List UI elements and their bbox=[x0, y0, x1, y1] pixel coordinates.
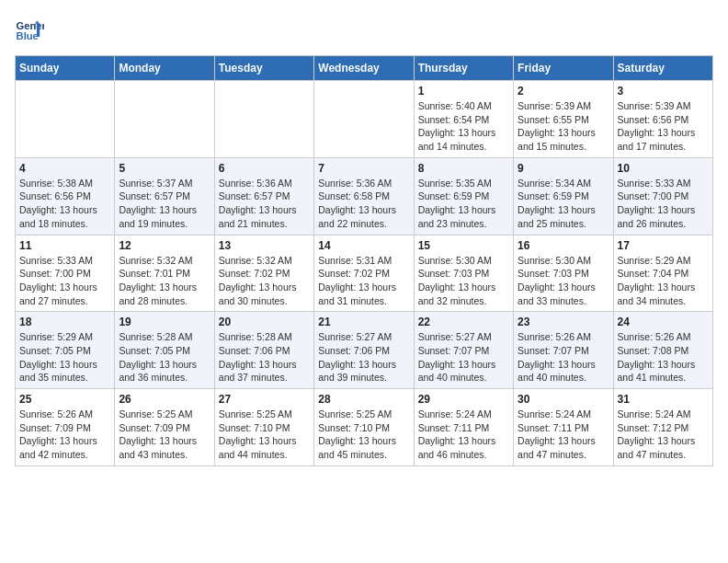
day-number: 6 bbox=[219, 162, 310, 175]
calendar-cell: 6Sunrise: 5:36 AM Sunset: 6:57 PM Daylig… bbox=[214, 157, 313, 235]
calendar-cell: 15Sunrise: 5:30 AM Sunset: 7:03 PM Dayli… bbox=[414, 235, 513, 312]
day-number: 14 bbox=[318, 239, 409, 252]
calendar-cell: 12Sunrise: 5:32 AM Sunset: 7:01 PM Dayli… bbox=[115, 235, 214, 312]
day-info: Sunrise: 5:30 AM Sunset: 7:03 PM Dayligh… bbox=[418, 254, 509, 308]
calendar-cell: 29Sunrise: 5:24 AM Sunset: 7:11 PM Dayli… bbox=[414, 389, 513, 466]
calendar-cell bbox=[214, 81, 313, 158]
calendar-cell: 19Sunrise: 5:28 AM Sunset: 7:05 PM Dayli… bbox=[115, 312, 214, 389]
calendar-cell: 13Sunrise: 5:32 AM Sunset: 7:02 PM Dayli… bbox=[214, 235, 313, 312]
day-info: Sunrise: 5:33 AM Sunset: 7:00 PM Dayligh… bbox=[618, 177, 709, 231]
day-number: 4 bbox=[19, 162, 110, 175]
calendar-cell: 28Sunrise: 5:25 AM Sunset: 7:10 PM Dayli… bbox=[314, 389, 414, 466]
day-number: 8 bbox=[418, 162, 509, 175]
day-number: 25 bbox=[19, 393, 110, 406]
day-number: 23 bbox=[518, 316, 609, 328]
calendar-cell: 17Sunrise: 5:29 AM Sunset: 7:04 PM Dayli… bbox=[613, 235, 712, 312]
day-number: 9 bbox=[518, 162, 609, 175]
calendar-cell bbox=[16, 81, 115, 158]
calendar-cell: 20Sunrise: 5:28 AM Sunset: 7:06 PM Dayli… bbox=[214, 312, 313, 389]
calendar-table: SundayMondayTuesdayWednesdayThursdayFrid… bbox=[15, 55, 713, 466]
day-info: Sunrise: 5:31 AM Sunset: 7:02 PM Dayligh… bbox=[318, 254, 409, 308]
svg-text:General: General bbox=[17, 20, 44, 31]
day-number: 27 bbox=[219, 393, 310, 406]
day-number: 26 bbox=[119, 393, 210, 406]
calendar-cell: 1Sunrise: 5:40 AM Sunset: 6:54 PM Daylig… bbox=[414, 81, 513, 158]
day-info: Sunrise: 5:24 AM Sunset: 7:12 PM Dayligh… bbox=[618, 408, 709, 462]
calendar-cell: 22Sunrise: 5:27 AM Sunset: 7:07 PM Dayli… bbox=[414, 312, 513, 389]
day-info: Sunrise: 5:32 AM Sunset: 7:02 PM Dayligh… bbox=[219, 254, 310, 308]
day-number: 30 bbox=[518, 393, 609, 406]
day-info: Sunrise: 5:36 AM Sunset: 6:58 PM Dayligh… bbox=[318, 177, 409, 231]
day-number: 24 bbox=[618, 316, 709, 328]
day-info: Sunrise: 5:32 AM Sunset: 7:01 PM Dayligh… bbox=[119, 254, 210, 308]
logo: General Blue bbox=[15, 15, 48, 44]
day-info: Sunrise: 5:25 AM Sunset: 7:09 PM Dayligh… bbox=[119, 408, 210, 462]
week-row-2: 4Sunrise: 5:38 AM Sunset: 6:56 PM Daylig… bbox=[16, 157, 713, 235]
week-row-4: 18Sunrise: 5:29 AM Sunset: 7:05 PM Dayli… bbox=[16, 312, 713, 389]
day-info: Sunrise: 5:39 AM Sunset: 6:56 PM Dayligh… bbox=[618, 99, 709, 154]
week-row-1: 1Sunrise: 5:40 AM Sunset: 6:54 PM Daylig… bbox=[16, 81, 713, 158]
calendar-cell: 9Sunrise: 5:34 AM Sunset: 6:59 PM Daylig… bbox=[514, 157, 613, 235]
calendar-cell bbox=[115, 81, 214, 158]
calendar-cell: 30Sunrise: 5:24 AM Sunset: 7:11 PM Dayli… bbox=[514, 389, 613, 466]
day-number: 18 bbox=[19, 316, 110, 328]
calendar-cell: 8Sunrise: 5:35 AM Sunset: 6:59 PM Daylig… bbox=[414, 157, 513, 235]
day-number: 15 bbox=[418, 239, 509, 252]
day-info: Sunrise: 5:34 AM Sunset: 6:59 PM Dayligh… bbox=[518, 177, 609, 231]
calendar-cell: 14Sunrise: 5:31 AM Sunset: 7:02 PM Dayli… bbox=[314, 235, 414, 312]
calendar-cell bbox=[314, 81, 414, 158]
calendar-cell: 21Sunrise: 5:27 AM Sunset: 7:06 PM Dayli… bbox=[314, 312, 414, 389]
day-number: 21 bbox=[318, 316, 409, 328]
day-number: 12 bbox=[119, 239, 210, 252]
weekday-header-thursday: Thursday bbox=[414, 56, 513, 81]
calendar-cell: 4Sunrise: 5:38 AM Sunset: 6:56 PM Daylig… bbox=[16, 157, 115, 235]
week-row-5: 25Sunrise: 5:26 AM Sunset: 7:09 PM Dayli… bbox=[16, 389, 713, 466]
calendar-cell: 31Sunrise: 5:24 AM Sunset: 7:12 PM Dayli… bbox=[613, 389, 712, 466]
day-number: 20 bbox=[219, 316, 310, 328]
calendar-cell: 24Sunrise: 5:26 AM Sunset: 7:08 PM Dayli… bbox=[613, 312, 712, 389]
logo-icon: General Blue bbox=[15, 15, 44, 44]
day-number: 7 bbox=[318, 162, 409, 175]
header: General Blue bbox=[15, 15, 713, 44]
calendar-cell: 10Sunrise: 5:33 AM Sunset: 7:00 PM Dayli… bbox=[613, 157, 712, 235]
calendar-cell: 26Sunrise: 5:25 AM Sunset: 7:09 PM Dayli… bbox=[115, 389, 214, 466]
day-info: Sunrise: 5:25 AM Sunset: 7:10 PM Dayligh… bbox=[318, 408, 409, 462]
day-number: 31 bbox=[618, 393, 709, 406]
calendar-cell: 7Sunrise: 5:36 AM Sunset: 6:58 PM Daylig… bbox=[314, 157, 414, 235]
svg-text:Blue: Blue bbox=[17, 30, 39, 41]
day-info: Sunrise: 5:26 AM Sunset: 7:08 PM Dayligh… bbox=[618, 330, 709, 385]
day-info: Sunrise: 5:38 AM Sunset: 6:56 PM Dayligh… bbox=[19, 177, 110, 231]
week-row-3: 11Sunrise: 5:33 AM Sunset: 7:00 PM Dayli… bbox=[16, 235, 713, 312]
day-info: Sunrise: 5:33 AM Sunset: 7:00 PM Dayligh… bbox=[19, 254, 110, 308]
calendar-cell: 23Sunrise: 5:26 AM Sunset: 7:07 PM Dayli… bbox=[514, 312, 613, 389]
day-number: 19 bbox=[119, 316, 210, 328]
day-number: 22 bbox=[418, 316, 509, 328]
calendar-cell: 16Sunrise: 5:30 AM Sunset: 7:03 PM Dayli… bbox=[514, 235, 613, 312]
day-number: 28 bbox=[318, 393, 409, 406]
day-number: 3 bbox=[618, 85, 709, 98]
day-number: 16 bbox=[518, 239, 609, 252]
day-number: 10 bbox=[618, 162, 709, 175]
calendar-cell: 11Sunrise: 5:33 AM Sunset: 7:00 PM Dayli… bbox=[16, 235, 115, 312]
day-info: Sunrise: 5:26 AM Sunset: 7:07 PM Dayligh… bbox=[518, 330, 609, 385]
day-info: Sunrise: 5:25 AM Sunset: 7:10 PM Dayligh… bbox=[219, 408, 310, 462]
day-info: Sunrise: 5:40 AM Sunset: 6:54 PM Dayligh… bbox=[418, 99, 509, 154]
weekday-header-friday: Friday bbox=[514, 56, 613, 81]
weekday-header-saturday: Saturday bbox=[613, 56, 712, 81]
day-info: Sunrise: 5:37 AM Sunset: 6:57 PM Dayligh… bbox=[119, 177, 210, 231]
day-number: 29 bbox=[418, 393, 509, 406]
day-info: Sunrise: 5:36 AM Sunset: 6:57 PM Dayligh… bbox=[219, 177, 310, 231]
calendar-cell: 18Sunrise: 5:29 AM Sunset: 7:05 PM Dayli… bbox=[16, 312, 115, 389]
calendar-cell: 5Sunrise: 5:37 AM Sunset: 6:57 PM Daylig… bbox=[115, 157, 214, 235]
day-info: Sunrise: 5:28 AM Sunset: 7:05 PM Dayligh… bbox=[119, 330, 210, 385]
weekday-header-monday: Monday bbox=[115, 56, 214, 81]
day-number: 17 bbox=[618, 239, 709, 252]
day-info: Sunrise: 5:39 AM Sunset: 6:55 PM Dayligh… bbox=[518, 99, 609, 154]
calendar-cell: 2Sunrise: 5:39 AM Sunset: 6:55 PM Daylig… bbox=[514, 81, 613, 158]
day-number: 1 bbox=[418, 85, 509, 98]
day-info: Sunrise: 5:28 AM Sunset: 7:06 PM Dayligh… bbox=[219, 330, 310, 385]
day-number: 13 bbox=[219, 239, 310, 252]
day-number: 11 bbox=[19, 239, 110, 252]
day-info: Sunrise: 5:35 AM Sunset: 6:59 PM Dayligh… bbox=[418, 177, 509, 231]
weekday-header-wednesday: Wednesday bbox=[314, 56, 414, 81]
